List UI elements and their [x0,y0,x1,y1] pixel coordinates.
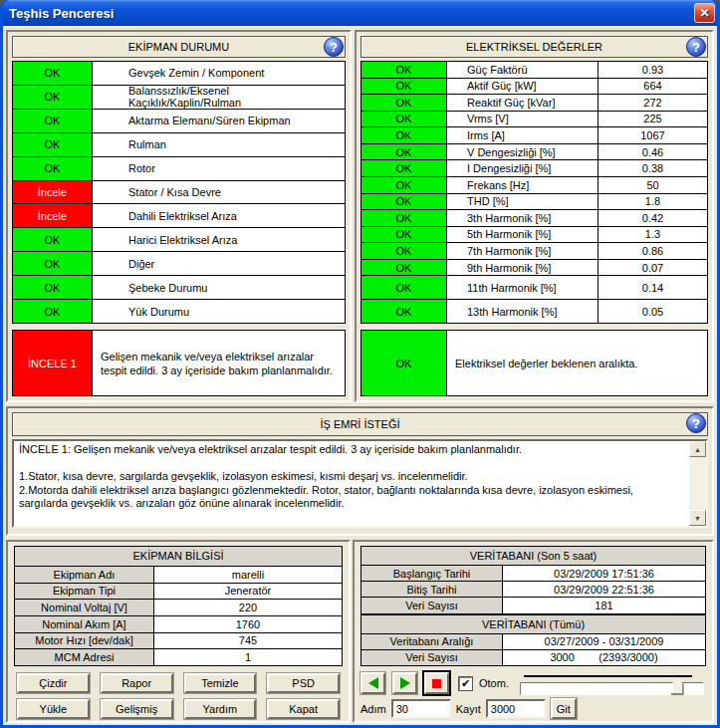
value-cell: 1.3 [598,227,707,243]
stop-button[interactable] [424,672,449,694]
value-label: 7th Harmonik [%] [447,243,598,259]
table-row: Bitiş Tarihi03/29/2009 22:51:36 [361,582,705,598]
summary-text: Gelişen mekanik ve/veya elektriksel arız… [93,331,345,395]
value-cell: 0.42 [598,210,707,226]
equipment-label: Rulman [93,133,345,156]
table-row: OK7th Harmonik [%]0.86 [361,243,707,260]
otom-label: Otom. [479,677,509,689]
table-row: OK13th Harmonik [%]0.05 [361,300,707,323]
play-forward-button[interactable] [392,672,417,694]
table-row: MCM Adresi1 [15,649,342,665]
table-row: OK3th Harmonik [%]0.42 [361,210,707,227]
gelismis-button[interactable]: Gelişmiş [101,699,173,719]
value-label: V Dengesizliği [%] [447,144,598,160]
help-icon: ? [692,416,700,431]
value-label: Frekans [Hz] [447,177,598,193]
step-back-button[interactable] [360,672,385,694]
table-row: Veri Sayısı3000 (2393/3000) [361,650,705,665]
otom-checkbox[interactable]: ✔ [459,677,472,690]
equipment-info-table: EKİPMAN BİLGİSİ Ekipman Adımarelli Ekipm… [14,546,343,666]
db-value: 03/29/2009 17:51:36 [503,566,705,581]
table-row: OKI Dengesizliği [%]0.38 [361,160,707,177]
db-value: 3000 (2393/3000) [503,650,705,665]
equipment-status-table: OKGevşek Zemin / Komponent OKBalanssızlı… [12,61,346,324]
titlebar[interactable]: Teşhis Penceresi ✕ [3,0,717,26]
adim-input[interactable] [391,699,451,718]
equipment-summary-box: İNCELE 1 Gelişen mekanik ve/veya elektri… [12,330,346,396]
slider-thumb[interactable] [671,678,684,695]
table-row: OK9th Harmonik [%]0.07 [361,260,707,277]
value-label: Aktif Güç [kW] [447,79,598,95]
table-row: OKŞebeke Durumu [13,276,345,300]
git-button[interactable]: Git [551,698,577,719]
status-badge: OK [361,144,447,160]
table-row: OK5th Harmonik [%]1.3 [361,227,707,244]
equipment-status-header: EKİPMAN DURUMU ? [12,36,346,58]
db-label: Veritabanı Aralığı [361,634,503,649]
table-row: OKRulman [13,133,345,157]
table-row: OKAktif Güç [kW]664 [361,79,707,96]
status-badge: OK [361,194,447,210]
status-badge: OK [13,157,93,180]
summary-status-badge: İNCELE 1 [13,331,93,395]
info-value: Jeneratör [154,584,342,600]
table-row: OKTHD [%]1.8 [361,194,707,211]
slider-track-line [524,675,692,677]
action-buttons: Çizdir Rapor Temizle PSD Yükle Gelişmiş … [14,673,343,719]
value-label: 13th Harmonik [%] [447,300,598,323]
back-arrow-icon [368,677,378,689]
psd-button[interactable]: PSD [267,673,340,693]
yukle-button[interactable]: Yükle [17,699,90,719]
table-row: OKV Dengesizliği [%]0.46 [361,144,707,161]
help-button-electrical[interactable]: ? [686,37,706,57]
client-area: EKİPMAN DURUMU ? OKGevşek Zemin / Kompon… [3,26,717,725]
table-row: OKGevşek Zemin / Komponent [13,62,345,86]
value-cell: 272 [598,95,707,111]
value-label: Reaktif Güç [kVar] [447,95,598,111]
bottom-row: EKİPMAN BİLGİSİ Ekipman Adımarelli Ekipm… [6,540,714,723]
scroll-down-button[interactable]: ▼ [689,510,706,526]
rapor-button[interactable]: Rapor [101,673,173,693]
work-order-textbox[interactable]: İNCELE 1: Gelişen mekanik ve/veya elektr… [12,439,708,528]
equipment-label: Rotor [93,157,345,180]
status-badge: OK [13,110,93,132]
electrical-values-title: ELEKTRİKSEL DEĞERLER [466,41,602,53]
electrical-values-table: OKGüç Faktörü0.93 OKAktif Güç [kW]664 OK… [360,61,708,324]
table-row: Nominal Voltaj [V]220 [15,600,342,616]
kayit-input[interactable] [486,699,546,718]
status-badge: OK [361,160,447,176]
forward-arrow-icon [400,677,410,689]
equipment-label: Şebeke Durumu [93,276,345,299]
table-row: Veri Sayısı181 [361,598,705,613]
kapat-button[interactable]: Kapat [267,699,340,719]
equipment-status-title: EKİPMAN DURUMU [128,41,229,53]
scroll-up-button[interactable]: ▲ [689,441,706,457]
info-value: 1760 [154,616,342,632]
status-badge: OK [13,276,93,299]
scrollbar[interactable]: ▲ ▼ [689,441,706,526]
equipment-info-title: EKİPMAN BİLGİSİ [15,547,342,567]
status-badge: OK [13,252,93,275]
status-badge: OK [13,228,93,251]
help-button-work-order[interactable]: ? [686,413,706,433]
electrical-summary-box: OK Elektriksel değerler beklenen aralıkt… [360,330,708,396]
value-label: Irms [A] [447,127,598,143]
yardim-button[interactable]: Yardım [184,699,257,719]
help-button-equipment[interactable]: ? [324,37,344,57]
value-cell: 664 [598,79,707,95]
status-badge: OK [361,210,447,226]
status-badge: OK [13,86,93,109]
equipment-status-panel: EKİPMAN DURUMU ? OKGevşek Zemin / Kompon… [6,30,352,402]
info-value: marelli [154,567,342,583]
close-button[interactable]: ✕ [694,3,715,23]
scroll-down-icon: ▼ [694,515,701,522]
status-badge: OK [361,177,447,193]
value-cell: 0.93 [598,62,707,78]
equipment-info-group: EKİPMAN BİLGİSİ Ekipman Adımarelli Ekipm… [6,540,351,723]
status-badge: OK [13,62,93,85]
summary-text: Elektriksel değerler beklenen aralıkta. [447,331,707,395]
value-label: Vrms [V] [447,112,598,127]
temizle-button[interactable]: Temizle [184,673,257,693]
cizdir-button[interactable]: Çizdir [17,673,90,693]
record-slider[interactable] [520,671,704,695]
